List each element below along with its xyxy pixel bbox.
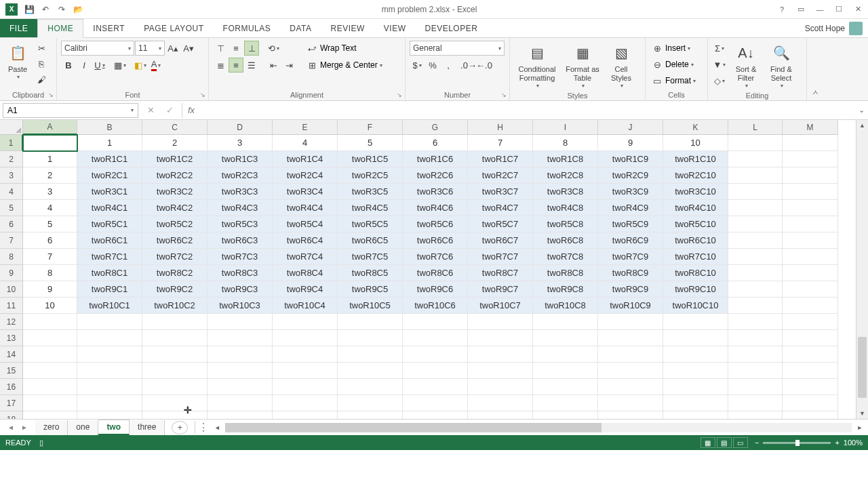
cell[interactable]: 9: [23, 281, 77, 298]
cell[interactable]: twoR2C2: [142, 167, 208, 184]
cell[interactable]: [533, 379, 598, 395]
tab-view[interactable]: VIEW: [374, 19, 416, 37]
cell[interactable]: twoR3C9: [598, 184, 663, 200]
cell[interactable]: 1: [23, 151, 77, 167]
tab-review[interactable]: REVIEW: [321, 19, 374, 37]
cell[interactable]: twoR6C9: [598, 232, 663, 249]
cell[interactable]: [273, 314, 338, 330]
col-header-E[interactable]: E: [273, 120, 338, 135]
cell[interactable]: [728, 265, 783, 281]
cell[interactable]: twoR1C4: [273, 151, 338, 167]
macro-record-icon[interactable]: ▯: [39, 439, 43, 447]
row-header[interactable]: 2: [0, 151, 23, 167]
cell[interactable]: twoR7C7: [468, 249, 533, 265]
cell[interactable]: twoR2C8: [533, 167, 598, 184]
cell[interactable]: twoR5C6: [403, 216, 468, 232]
cell[interactable]: 3: [208, 135, 273, 151]
cell[interactable]: twoR3C3: [208, 184, 273, 200]
cell[interactable]: twoR4C9: [598, 200, 663, 216]
cell[interactable]: [468, 395, 533, 411]
row-header[interactable]: 16: [0, 379, 23, 395]
cell[interactable]: [598, 363, 663, 379]
cell[interactable]: 8: [23, 265, 77, 281]
cell[interactable]: twoR2C5: [338, 167, 403, 184]
cell[interactable]: [598, 346, 663, 363]
col-header-M[interactable]: M: [783, 120, 838, 135]
cell[interactable]: twoR4C7: [468, 200, 533, 216]
cell[interactable]: 3: [23, 184, 77, 200]
cell[interactable]: [663, 363, 728, 379]
cell[interactable]: twoR9C9: [598, 281, 663, 298]
cell[interactable]: [77, 314, 142, 330]
col-header-J[interactable]: J: [598, 120, 663, 135]
cell[interactable]: twoR3C7: [468, 184, 533, 200]
cell[interactable]: twoR10C10: [663, 298, 728, 314]
row-header[interactable]: 6: [0, 216, 23, 232]
cell[interactable]: [598, 379, 663, 395]
sort-filter-button[interactable]: A↓Sort & Filter▾: [730, 41, 762, 91]
cell[interactable]: twoR1C10: [663, 151, 728, 167]
scroll-thumb[interactable]: [858, 337, 867, 398]
hscroll-thumb[interactable]: [225, 423, 601, 432]
cell[interactable]: twoR3C6: [403, 184, 468, 200]
cell[interactable]: twoR8C8: [533, 265, 598, 281]
cell-styles-button[interactable]: ▧Cell Styles▾: [605, 41, 637, 91]
cell[interactable]: twoR9C7: [468, 281, 533, 298]
vertical-scrollbar[interactable]: ▲ ▼: [856, 120, 868, 419]
scroll-right-icon[interactable]: ►: [854, 422, 865, 433]
font-color-icon[interactable]: A▾: [149, 58, 163, 73]
merge-center-button[interactable]: ⊞Merge & Center▾: [304, 58, 382, 73]
cell[interactable]: twoR5C10: [663, 216, 728, 232]
cell[interactable]: [338, 330, 403, 346]
increase-indent-icon[interactable]: ⇥: [281, 58, 296, 73]
row-header[interactable]: 7: [0, 232, 23, 249]
cell[interactable]: twoR6C4: [273, 232, 338, 249]
cell[interactable]: [273, 395, 338, 411]
cell[interactable]: [598, 395, 663, 411]
cell[interactable]: [728, 298, 783, 314]
redo-icon[interactable]: ↷: [54, 2, 69, 17]
cell[interactable]: twoR8C1: [77, 265, 142, 281]
format-painter-icon[interactable]: 🖌: [34, 72, 49, 87]
insert-cells-button[interactable]: ⊕Insert▾: [650, 41, 696, 56]
cell[interactable]: [23, 330, 77, 346]
cell[interactable]: [783, 346, 838, 363]
cell[interactable]: [728, 184, 783, 200]
cell[interactable]: twoR4C5: [338, 200, 403, 216]
cell[interactable]: [77, 363, 142, 379]
cell[interactable]: twoR2C3: [208, 167, 273, 184]
cell[interactable]: [403, 330, 468, 346]
cell[interactable]: [783, 135, 838, 151]
cell[interactable]: twoR10C1: [77, 298, 142, 314]
cut-icon[interactable]: ✂: [34, 41, 49, 56]
cell[interactable]: twoR7C5: [338, 249, 403, 265]
italic-button[interactable]: I: [77, 58, 92, 73]
zoom-in-icon[interactable]: +: [835, 439, 839, 447]
cell[interactable]: twoR10C3: [208, 298, 273, 314]
cell[interactable]: twoR2C10: [663, 167, 728, 184]
cell[interactable]: [77, 346, 142, 363]
cell[interactable]: 6: [23, 232, 77, 249]
cell[interactable]: twoR3C5: [338, 184, 403, 200]
cell[interactable]: [208, 346, 273, 363]
col-header-L[interactable]: L: [728, 120, 783, 135]
cell[interactable]: [468, 411, 533, 419]
col-header-F[interactable]: F: [338, 120, 403, 135]
cell[interactable]: [783, 363, 838, 379]
cell[interactable]: [23, 411, 77, 419]
cell[interactable]: twoR7C2: [142, 249, 208, 265]
cell[interactable]: twoR8C3: [208, 265, 273, 281]
col-header-H[interactable]: H: [468, 120, 533, 135]
borders-icon[interactable]: ▦▾: [113, 58, 127, 73]
cell[interactable]: [338, 379, 403, 395]
cell[interactable]: [208, 363, 273, 379]
cell[interactable]: [728, 167, 783, 184]
row-header[interactable]: 18: [0, 411, 23, 419]
cell[interactable]: twoR1C1: [77, 151, 142, 167]
bold-button[interactable]: B: [61, 58, 76, 73]
cell[interactable]: twoR8C9: [598, 265, 663, 281]
cell[interactable]: 8: [533, 135, 598, 151]
cell[interactable]: [208, 379, 273, 395]
cell[interactable]: [468, 346, 533, 363]
font-size-select[interactable]: 11▾: [135, 41, 165, 56]
